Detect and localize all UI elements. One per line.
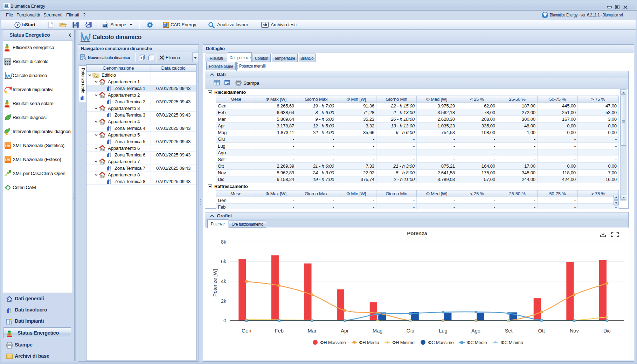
svg-text:XML: XML	[5, 158, 11, 162]
svg-text:ΦH Medio: ΦH Medio	[359, 340, 379, 345]
svg-text:Apr: Apr	[341, 328, 349, 334]
svg-text:2k: 2k	[221, 298, 227, 304]
svg-text:ΦC Medio: ΦC Medio	[467, 340, 487, 345]
svg-text:Lug: Lug	[439, 328, 447, 334]
svg-text:Ago: Ago	[471, 328, 480, 334]
svg-text:8k: 8k	[221, 239, 227, 245]
svg-text:Potenze [W]: Potenze [W]	[212, 269, 218, 297]
svg-text:ab: ab	[263, 23, 267, 27]
svg-text:0: 0	[223, 318, 226, 323]
svg-text:4k: 4k	[221, 279, 227, 284]
svg-text:Giu: Giu	[407, 328, 415, 334]
svg-text:Gen: Gen	[242, 328, 251, 334]
svg-text:XML: XML	[5, 144, 11, 148]
svg-text:6k: 6k	[221, 259, 227, 264]
svg-text:Ott: Ott	[538, 328, 545, 334]
svg-text:Mag: Mag	[373, 328, 382, 334]
svg-text:ΦC Minimo: ΦC Minimo	[501, 340, 523, 345]
svg-text:Mar: Mar	[308, 328, 317, 334]
svg-text:Set: Set	[505, 328, 513, 334]
svg-text:Feb: Feb	[275, 328, 284, 334]
svg-text:Dic: Dic	[603, 328, 611, 334]
svg-text:Potenza: Potenza	[407, 230, 427, 236]
svg-text:ΦH Minimo: ΦH Minimo	[392, 340, 414, 345]
svg-text:Nov: Nov	[570, 328, 579, 334]
svg-text:ΦH Massimo: ΦH Massimo	[320, 340, 346, 345]
svg-text:ΦC Massimo: ΦC Massimo	[428, 340, 453, 345]
